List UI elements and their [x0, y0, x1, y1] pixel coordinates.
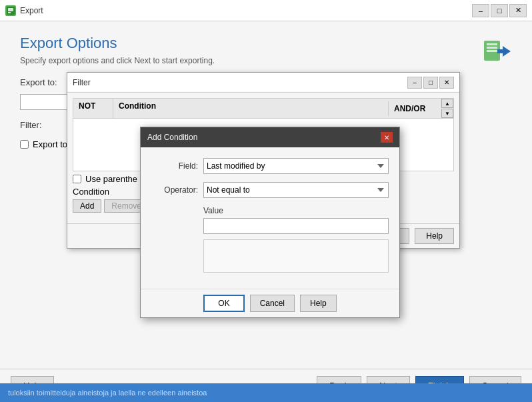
modal-help-btn[interactable]: Help [300, 295, 337, 312]
minimize-btn[interactable]: – [472, 4, 489, 17]
arrow-up-btn[interactable]: ▲ [441, 99, 453, 108]
filter-help-btn[interactable]: Help [415, 228, 454, 244]
bottom-text: tuloksiin toimitteiduja aineistoja ja la… [8, 389, 207, 397]
filter-dialog-title: Filter [73, 78, 407, 87]
filter-table-header: NOT Condition AND/OR ▲ ▼ [73, 98, 454, 118]
svg-rect-6 [487, 50, 497, 52]
svg-rect-5 [487, 47, 497, 49]
add-condition-title: Add Condition [147, 133, 381, 142]
filter-titlebar: Filter – □ ✕ [67, 73, 459, 93]
app-icon [5, 5, 16, 16]
add-condition-body: Field: Last modified by Operator: Not eq… [141, 147, 399, 289]
add-condition-modal: Add Condition ✕ Field: Last modified by … [140, 127, 400, 318]
modal-cancel-btn[interactable]: Cancel [250, 295, 295, 312]
value-extra-area [203, 239, 389, 273]
export-checkbox-label: Export to [33, 139, 67, 149]
export-checkbox[interactable] [20, 140, 29, 149]
use-parens-checkbox[interactable] [73, 175, 81, 183]
filter-minimize-btn[interactable]: – [407, 77, 422, 89]
value-input[interactable] [203, 218, 389, 234]
svg-rect-2 [8, 12, 11, 13]
filter-maximize-btn[interactable]: □ [423, 77, 438, 89]
add-condition-close-btn[interactable]: ✕ [381, 132, 393, 143]
value-label: Value [203, 206, 389, 215]
field-row: Field: Last modified by [151, 158, 389, 174]
condition-label: Condition [73, 187, 109, 197]
modal-actions: OK Cancel Help [141, 289, 399, 317]
filter-col-condition: Condition [113, 99, 388, 118]
filter-col-not: NOT [73, 99, 113, 118]
add-condition-btn[interactable]: Add [73, 199, 101, 213]
filter-label: Filter: [20, 120, 67, 130]
use-parens-label: Use parenthe [85, 174, 137, 184]
svg-rect-4 [487, 43, 497, 45]
operator-row: Operator: Not equal to [151, 182, 389, 198]
filter-close-btn[interactable]: ✕ [439, 77, 454, 89]
bottom-status-bar: tuloksiin toimitteiduja aineistoja ja la… [0, 383, 532, 402]
filter-col-andor: AND/OR [388, 101, 441, 116]
main-window-title: Export [20, 6, 468, 15]
modal-ok-btn[interactable]: OK [203, 295, 244, 312]
arrow-controls: ▲ ▼ [441, 99, 453, 118]
main-titlebar: Export – □ ✕ [0, 0, 532, 21]
export-to-label: Export to: [20, 77, 67, 87]
export-subtext: Specify export options and click Next to… [20, 56, 512, 65]
add-condition-titlebar: Add Condition ✕ [141, 127, 399, 147]
arrow-down-btn[interactable]: ▼ [441, 109, 453, 118]
close-btn[interactable]: ✕ [509, 4, 527, 17]
value-section: Value [151, 206, 389, 234]
field-select[interactable]: Last modified by [203, 158, 389, 174]
field-label: Field: [151, 161, 198, 171]
svg-rect-1 [8, 8, 13, 11]
maximize-btn[interactable]: □ [491, 4, 508, 17]
export-icon [483, 37, 512, 66]
filter-dialog-controls: – □ ✕ [407, 77, 454, 89]
window-controls: – □ ✕ [472, 4, 527, 17]
export-heading: Export Options [20, 35, 512, 52]
operator-select[interactable]: Not equal to [203, 182, 389, 198]
operator-label: Operator: [151, 185, 198, 195]
